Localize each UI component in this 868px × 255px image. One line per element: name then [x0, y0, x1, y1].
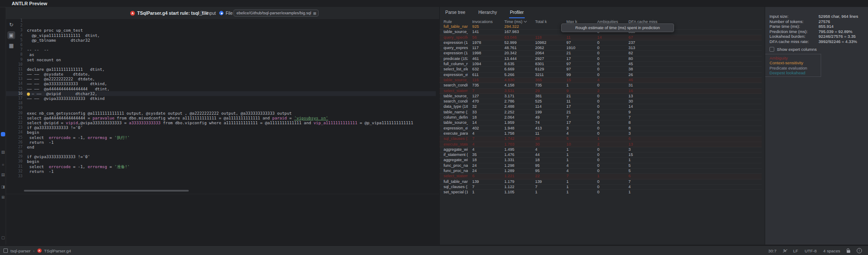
profiler-row[interactable]: func_proc_name_data...241.29895405 — [439, 163, 762, 169]
code-line[interactable]: 30begin — [6, 159, 436, 164]
expert-columns-label[interactable]: Show expert columns — [777, 47, 817, 52]
profiler-row[interactable]: set_special (1485)11.1051101 — [439, 190, 762, 194]
profiler-row[interactable]: aggregate_windowed...181.33118101 — [439, 158, 762, 163]
code-line[interactable]: 18 — [6, 101, 436, 106]
profiler-row[interactable]: table_name (1777)332.2521992109 — [439, 110, 762, 115]
profiler-row[interactable]: table_source_item (15...1273.17138121013 — [439, 94, 762, 99]
code-line[interactable]: 29if @vipa333333333333 !='0' — [6, 154, 436, 159]
indent-setting[interactable]: 4 spaces — [823, 248, 840, 253]
column-header-rule[interactable]: Rule — [439, 20, 468, 24]
file-path-value[interactable]: ebelice/Github/tsql-parser/examples/big.… — [237, 11, 311, 15]
caret-position[interactable]: 30:7 — [768, 248, 776, 253]
code-line[interactable]: 24begin — [6, 130, 436, 135]
profiler-row[interactable]: aggregate_windowed...41.4954103 — [439, 147, 762, 152]
breadcrumb-project[interactable]: tsql-parser — [10, 248, 30, 253]
profiler-row[interactable]: sql_clauses (341)71.74228516 — [439, 136, 762, 142]
notifications-icon[interactable]: i — [857, 248, 862, 253]
profiler-row[interactable]: execute_statement (11...41.7033010213 — [439, 142, 762, 147]
code-line[interactable]: 9set nocount on — [6, 57, 436, 62]
code-line[interactable]: 5 @p_tblname dtchar32 — [6, 38, 436, 43]
browse-file-icon[interactable]: ▦ — [313, 11, 316, 15]
tool-stripe-icon-1[interactable]: ▧ — [1, 150, 5, 154]
code-line[interactable]: 20exec nb_com_getsysconfig @a11111111111… — [6, 111, 436, 116]
tab-hierarchy[interactable]: Hierarchy — [477, 8, 498, 18]
code-line[interactable]: 21select @a444444444444444 = paravalue f… — [6, 116, 436, 120]
profiler-row[interactable]: full_table_name (1773)1391.179139107 — [439, 179, 762, 185]
profiler-row[interactable]: expression_elem (1589)4021.948413308 — [439, 126, 762, 131]
profiler-row[interactable]: table_source_item (15...1164.83036515446 — [439, 78, 762, 83]
code-line[interactable]: 4 @p_vipa1111111111111 dtint, — [6, 33, 436, 38]
tab-parse-tree[interactable]: Parse tree — [444, 8, 466, 18]
profiler-row[interactable]: execute_parameter (1...41.75811403 — [439, 131, 762, 136]
code-line[interactable]: 11declare @a1111111111111 dtint, — [6, 67, 436, 72]
input-radio-button[interactable] — [200, 11, 204, 15]
profiler-row[interactable]: query_specification (15...5663.046118111… — [439, 35, 762, 40]
breadcrumb-file[interactable]: TSqlParser.g4 — [44, 248, 71, 253]
input-radio-label[interactable]: Input — [206, 11, 216, 16]
profiler-row[interactable]: select_statement (15...73.531299216 — [439, 89, 762, 94]
code-line[interactable]: 19 — [6, 106, 436, 110]
code-line[interactable]: 12—— —— @sysdate dtdate, — [6, 72, 436, 76]
sql-code-editor[interactable]: 123create proc up_com_test4 @p_vipa11111… — [6, 18, 436, 179]
window-icon[interactable] — [3, 248, 8, 253]
active-tool-window-icon[interactable] — [1, 132, 5, 136]
code-line[interactable]: 10 — [6, 62, 436, 67]
code-line[interactable]: 33 — [6, 174, 436, 179]
profiler-row[interactable]: sql_clauses (12)71.1227104 — [439, 185, 762, 190]
code-line[interactable]: 22select @vipid = vipid,@vipa33333333333… — [6, 120, 436, 125]
file-radio-label[interactable]: File — [226, 11, 233, 16]
tool-stripe-icon-5[interactable]: ⊞ — [1, 195, 5, 199]
expert-columns-checkbox[interactable] — [769, 47, 774, 52]
profiler-row[interactable]: expression (1498)199820.342206421082 — [439, 51, 762, 56]
profiler-row[interactable]: select_statement (15...61.22122716 — [439, 174, 762, 179]
tab-profiler[interactable]: Profiler — [509, 8, 525, 18]
code-line[interactable]: 6 — [6, 43, 436, 47]
profiler-row[interactable]: expression (1495)197852.99910982970237 — [439, 40, 762, 46]
tool-stripe-icon-6[interactable]: ▢ — [1, 235, 5, 240]
tool-stripe-icon-4[interactable]: ◨ — [1, 185, 5, 189]
profiler-row[interactable]: full_column_name (17...10948.63583019704… — [439, 62, 762, 67]
code-line[interactable]: 8 as — [6, 52, 436, 57]
line-ending[interactable]: LF — [793, 248, 798, 253]
profiler-row[interactable]: query_expression (1527)11748.76120621910… — [439, 46, 762, 51]
code-line[interactable]: 7-- -- -- — [6, 47, 436, 52]
code-line[interactable]: 32 return -1 — [6, 169, 436, 174]
code-line[interactable]: 14—— —— @a333333333333 dtkind, — [6, 81, 436, 86]
code-line[interactable]: 2 — [6, 23, 436, 28]
code-line[interactable]: 13—— —— @a2222222222 dtdate, — [6, 76, 436, 81]
column-header-total-k[interactable]: Total k — [531, 20, 562, 24]
column-header-invocations[interactable]: Invocations — [468, 20, 500, 24]
code-line[interactable]: 25 select errorcode = -1, errormsg = '执行… — [6, 135, 436, 140]
input-radio-group[interactable]: Input — [200, 9, 222, 17]
profiler-row[interactable]: search_condition (1517)4702.78652511030 — [439, 99, 762, 104]
unlocked-icon[interactable] — [847, 250, 850, 253]
profiler-row[interactable]: func_proc_name_serv...241.28995405 — [439, 169, 762, 174]
code-line[interactable]: 16— —— @vipid dtchar32, — [6, 91, 436, 96]
tool-stripe-icon-2[interactable]: ⌗ — [1, 162, 5, 167]
code-line[interactable]: 27end — [6, 145, 436, 149]
tool-stripe-icon-3[interactable]: ▤ — [1, 172, 5, 177]
profiler-row[interactable]: search_condition (1519)7354.1587351031 — [439, 83, 762, 88]
code-line[interactable]: 15—— —— @a4444444444444444 dtint, — [6, 86, 436, 91]
file-path-field[interactable]: ebelice/Github/tsql-parser/examples/big.… — [233, 10, 319, 17]
file-encoding[interactable]: UTF-8 — [805, 248, 817, 253]
code-line[interactable]: 17—— —— @vipa333333333333 dtkind — [6, 96, 436, 101]
profiler-row[interactable]: select_list_elem (1592)6326.669612997038 — [439, 67, 762, 72]
highlighting-off-icon[interactable]: ✎ — [783, 248, 786, 253]
profiler-row[interactable]: predicate (1525)46113.444292717080 — [439, 56, 762, 62]
profiler-row[interactable]: column_definition (1421)182.06449707 — [439, 115, 762, 120]
code-line[interactable]: 3create proc up_com_test — [6, 28, 436, 33]
profiler-row[interactable]: if_statement (31)351.476441015 — [439, 152, 762, 158]
show-expert-columns-row[interactable]: Show expert columns — [769, 47, 817, 52]
column-header-time-ms-[interactable]: Time (ms) — [500, 20, 531, 24]
code-line[interactable]: 26 return -1 — [6, 140, 436, 145]
lightbulb-icon[interactable] — [27, 93, 30, 96]
profiler-row[interactable]: table_source_item (15...141.959741708 — [439, 120, 762, 126]
code-line[interactable]: 23if @a333333333333 !='0' — [6, 125, 436, 130]
code-line[interactable]: 28 — [6, 149, 436, 154]
file-radio-button[interactable] — [219, 11, 224, 15]
code-line[interactable]: 31 select errorcode = -1, errormsg = '准备… — [6, 164, 436, 169]
code-line[interactable]: 1 — [6, 18, 436, 23]
profiler-row[interactable]: expression_elem (1590)6115.266321199026 — [439, 73, 762, 78]
profiler-row[interactable]: data_type (1829)322.48811417014 — [439, 104, 762, 109]
